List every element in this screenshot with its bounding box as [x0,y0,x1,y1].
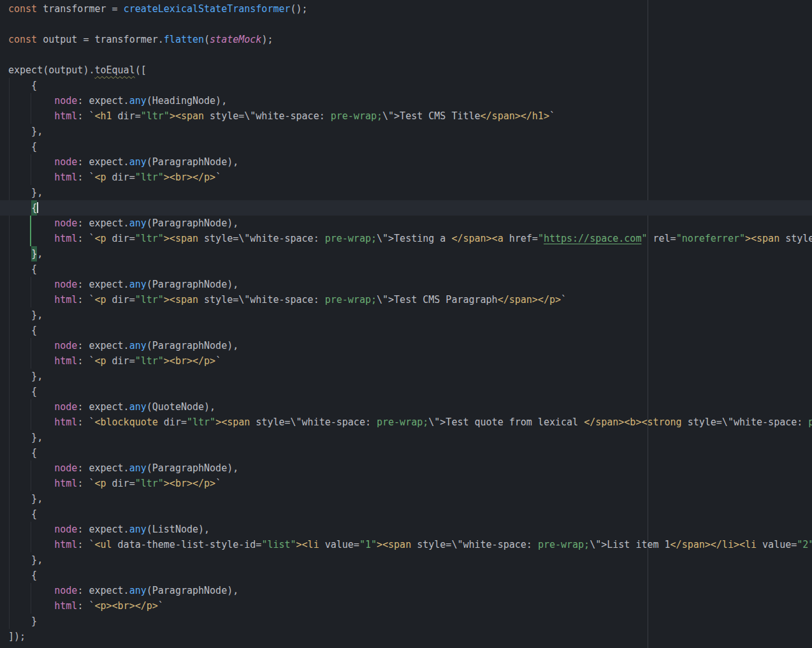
code-line[interactable]: html: `<p dir="ltr"><br></p>` [0,170,812,185]
code-token [8,539,54,550]
code-token: style=\"white-space: [198,294,325,306]
code-token: html [54,172,77,183]
code-token: html [54,233,77,244]
code-token: : [77,233,89,244]
code-token: node [54,401,77,413]
code-line[interactable]: { [0,384,812,399]
code-token: (HeadingNode), [147,95,227,107]
code-token: ><span [745,233,779,244]
code-line[interactable]: html: `<p dir="ltr"><br></p>` [0,353,812,369]
code-token: \">List item 1 [590,539,670,550]
code-token: ><br></p> [164,478,215,489]
code-line[interactable]: }, [0,246,812,261]
code-token: }, [8,126,43,137]
code-token: : expect. [77,524,129,535]
code-token: (ParagraphNode), [147,585,239,596]
code-line[interactable]: node: expect.any(ParagraphNode), [0,277,812,292]
code-line[interactable]: html: `<h1 dir="ltr"><span style=\"white… [0,108,812,124]
code-line[interactable]: html: `<p><br></p>` [0,598,812,614]
code-line[interactable]: node: expect.any(ParagraphNode), [0,583,812,598]
code-token [8,110,54,122]
code-token: dir= [106,233,135,244]
code-line[interactable]: { [0,506,812,522]
code-token [8,217,54,229]
code-token: " [538,233,544,244]
code-line[interactable]: { [0,323,812,338]
code-token: ( [204,34,210,45]
code-line[interactable]: html: `<ul data-theme-list-style-id="lis… [0,537,812,552]
code-token: style=\"white-space: [411,539,538,550]
code-token: : [77,539,89,550]
code-token: { [8,508,37,520]
code-line[interactable]: }, [0,124,812,139]
code-line[interactable]: html: `<blockquote dir="ltr"><span style… [0,415,812,430]
code-token: : expect. [77,95,129,107]
code-token: value= [319,539,359,550]
code-token: <p [94,233,106,244]
code-token [8,340,54,351]
code-line[interactable]: } [0,614,812,629]
code-token: any [129,340,147,351]
code-line[interactable]: }, [0,307,812,323]
code-line[interactable]: ]); [0,629,812,644]
code-line[interactable]: }, [0,552,812,568]
code-token: : expect. [77,279,129,290]
code-line[interactable]: { [0,139,812,154]
code-line[interactable]: html: `<p dir="ltr"><br></p>` [0,476,812,491]
code-token: node [54,95,77,107]
code-line[interactable]: }, [0,185,812,200]
code-line[interactable]: { [0,445,812,460]
code-token: (ParagraphNode), [147,217,239,229]
code-token: dir= [106,478,135,489]
code-line[interactable]: node: expect.any(HeadingNode), [0,93,812,108]
code-token [8,524,54,535]
code-token: <p [94,172,106,183]
code-line[interactable]: { [0,200,812,216]
code-line[interactable]: }, [0,369,812,384]
code-line[interactable]: }, [0,430,812,445]
code-line[interactable]: { [0,568,812,583]
code-area[interactable]: const transformer = createLexicalStateTr… [0,1,812,644]
code-line[interactable]: node: expect.any(QuoteNode), [0,399,812,415]
code-token: expect(output). [8,64,94,76]
code-token: : expect. [77,340,129,351]
code-token: "ltr" [135,233,164,244]
hyperlink-string[interactable]: https://space.com [544,233,642,244]
code-token: ` [549,110,555,122]
code-token: ><span [164,233,198,244]
code-token: \">Testing a [377,233,451,244]
code-token: node [54,217,77,229]
code-line[interactable]: const output = transformer.flatten(state… [0,32,812,47]
code-token [8,401,54,413]
code-line[interactable]: node: expect.any(ParagraphNode), [0,460,812,476]
code-token: }, [8,493,43,504]
code-line[interactable]: html: `<p dir="ltr"><span style=\"white-… [0,231,812,246]
code-token: }, [8,432,43,443]
code-line[interactable]: }, [0,491,812,506]
code-token: { [8,80,37,91]
code-line[interactable]: const transformer = createLexicalStateTr… [0,1,812,17]
code-token [8,416,54,428]
code-token: <blockquote [94,416,157,428]
code-token: (QuoteNode), [147,401,215,413]
code-token: \">Test quote from lexical [428,416,584,428]
code-token: <p [94,355,106,367]
code-line[interactable]: html: `<p dir="ltr"><span style=\"white-… [0,292,812,307]
code-token: data-theme-list-style-id= [112,539,262,550]
code-line[interactable]: expect(output).toEqual([ [0,63,812,78]
code-line[interactable]: node: expect.any(ParagraphNode), [0,216,812,231]
code-line[interactable] [0,47,812,63]
code-token: pre-wrap; [808,416,812,428]
code-line[interactable]: node: expect.any(ParagraphNode), [0,154,812,170]
code-token: pre-wrap; [325,233,377,244]
code-line[interactable]: node: expect.any(ParagraphNode), [0,338,812,353]
code-line[interactable]: node: expect.any(ListNode), [0,522,812,537]
code-token [8,95,54,107]
code-token: any [129,401,147,413]
code-line[interactable]: { [0,261,812,277]
code-line[interactable] [0,17,812,32]
code-token [8,233,54,244]
code-line[interactable]: { [0,78,812,93]
code-token: <p [94,478,106,489]
code-token: : [77,478,89,489]
